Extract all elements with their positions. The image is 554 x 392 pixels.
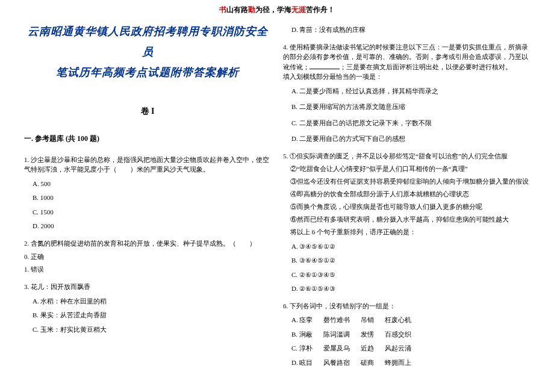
page-header: 书山有路勤为径，学海无涯苦作舟！	[0, 0, 554, 15]
hdr-seg: 书	[219, 5, 226, 14]
q1-option-a: A. 500	[33, 179, 271, 189]
question-6-stem: 6. 下列各词中，没有错别字的一组是：	[283, 301, 530, 311]
title-line-2: 笔试历年高频考点试题附带答案解析	[24, 62, 271, 82]
q1-option-c: C. 1500	[33, 207, 271, 217]
q5-option-d: D. ②⑥①⑤④③	[291, 284, 530, 294]
q5-line-3: ③但迄今还没有任何证据支持容易受抑郁症影响的人倾向于增加糖分摄入量的假设	[283, 176, 530, 187]
q3-option-d: D. 青苗：没有成熟的庄稼	[291, 25, 530, 35]
q6c-w3: 风起云涌	[385, 343, 411, 353]
q6a-w1: 磬竹难书	[323, 315, 350, 325]
question-5-stem: 5. ①但实际调查的匮乏，并不足以令那些笃定“甜食可以治愈”的人们完全信服 ②“…	[283, 151, 530, 237]
content-columns: 云南昭通黄华镇人民政府招考聘用专职消防安全员 笔试历年高频考点试题附带答案解析 …	[0, 15, 554, 372]
hdr-seg: 无涯	[291, 5, 306, 14]
q6d-lbl: D. 眩目	[291, 358, 313, 368]
title-line-1: 云南昭通黄华镇人民政府招考聘用专职消防安全员	[24, 21, 271, 62]
q4-option-b: B. 二是要用缩写的方法将原文随意压缩	[291, 102, 530, 112]
question-1-stem: 1. 沙尘暴是沙暴和尘暴的总称，是指强风把地面大量沙尘物质吹起并卷入空中，使空气…	[24, 155, 271, 175]
q6-option-c: C. 淳朴爱屋及乌近趋风起云涌	[291, 343, 530, 353]
q5-line-7: 将以上 6 个句子重新排列，语序正确的是：	[283, 227, 530, 237]
q1-option-d: D. 2000	[33, 221, 271, 231]
q6c-w2: 近趋	[361, 343, 374, 353]
q5-option-c: C. ②⑥①③④⑤	[291, 270, 530, 280]
q4-stem-part3: 填入划横线部分最恰当的一项是：	[283, 72, 530, 82]
q6a-w2: 吊销	[361, 315, 374, 325]
q5-line-4: ④即高糖分的饮食全部或部分源于人们原本就糟糕的心理状态	[283, 189, 530, 199]
q5-option-b: B. ③⑥④⑤①②	[291, 255, 530, 266]
volume-label: 卷 I	[24, 106, 271, 117]
q5-line-2: ②“吃甜食会让人心情变好”似乎是人们口耳相传的一条“真理”	[283, 164, 530, 174]
q4-option-c: C. 二是要用自己的话把原文记录下来，字数不限	[291, 118, 530, 128]
q5-line-6: ⑥然而已经有多项研究表明，糖分摄入水平越高，抑郁症患病的可能性越大	[283, 214, 530, 225]
left-column: 云南昭通黄华镇人民政府招考聘用专职消防安全员 笔试历年高频考点试题附带答案解析 …	[24, 21, 271, 372]
q6a-lbl: A. 痉挛	[291, 315, 313, 325]
q2-option-false: 1. 错误	[24, 264, 271, 275]
q6b-w1: 陈词滥调	[323, 329, 350, 340]
question-4-stem: 4. 使用精要摘录法做读书笔记的时候要注意以下三点：一是要切实抓住重点，所摘录的…	[283, 42, 530, 82]
q4-stem-part2: ；三是要在摘文后面评析注明出处，以便必要时进行核对。	[340, 63, 512, 70]
q3-option-c: C. 玉米：籽实比黄豆稍大	[33, 325, 271, 335]
q5-line-1: 5. ①但实际调查的匮乏，并不足以令那些笃定“甜食可以治愈”的人们完全信服	[283, 151, 530, 161]
hdr-seg: 为径，学海	[255, 5, 291, 14]
section-heading: 一. 参考题库 (共 100 题)	[24, 134, 271, 144]
q1-option-b: B. 1000	[33, 193, 271, 203]
q6d-w1: 风餐路宿	[323, 358, 350, 368]
blank-underline	[310, 63, 340, 69]
hdr-seg: 勤	[248, 5, 255, 14]
hdr-seg: 山有路	[226, 5, 248, 14]
q4-option-a: A. 二是要少而精，经过认真选择，择其精华而录之	[291, 86, 530, 96]
question-2-stem: 2. 含氮的肥料能促进幼苗的发育和花的开放，使果实、种子提早成熟。（ ）	[24, 238, 271, 249]
q5-line-5: ⑤而换个角度说，心理疾病是否也可能导致人们摄入更多的糖分呢	[283, 202, 530, 212]
q6d-w2: 磋商	[361, 358, 374, 368]
question-3-stem: 3. 花儿：因开放而飘香	[24, 282, 271, 292]
q6a-w3: 枉废心机	[385, 315, 411, 325]
q6c-lbl: C. 淳朴	[291, 343, 313, 353]
q6-option-d: D. 眩目风餐路宿磋商蜂拥而上	[291, 358, 530, 368]
document-title: 云南昭通黄华镇人民政府招考聘用专职消防安全员 笔试历年高频考点试题附带答案解析	[24, 21, 271, 83]
q6b-w3: 百感交织	[385, 329, 411, 340]
q5-option-a: A. ③④⑤⑥①②	[291, 241, 530, 252]
q2-option-true: 0. 正确	[24, 252, 271, 262]
q6b-w2: 发愣	[361, 329, 374, 340]
q6-option-b: B. 涧蔽陈词滥调发愣百感交织	[291, 329, 530, 340]
hdr-seg: 苦作舟！	[306, 5, 335, 14]
q6-option-a: A. 痉挛磬竹难书吊销枉废心机	[291, 315, 530, 325]
q3-option-b: B. 果实：从苦涩走向香甜	[33, 310, 271, 320]
q6d-w3: 蜂拥而上	[385, 358, 411, 368]
q4-option-d: D. 二是要用自己的方式写下自己的感想	[291, 134, 530, 144]
q3-option-a: A. 水稻：种在水田里的稻	[33, 296, 271, 306]
right-column: D. 青苗：没有成熟的庄稼 4. 使用精要摘录法做读书笔记的时候要注意以下三点：…	[283, 21, 530, 372]
q6c-w1: 爱屋及乌	[323, 343, 350, 353]
q6b-lbl: B. 涧蔽	[291, 329, 313, 340]
